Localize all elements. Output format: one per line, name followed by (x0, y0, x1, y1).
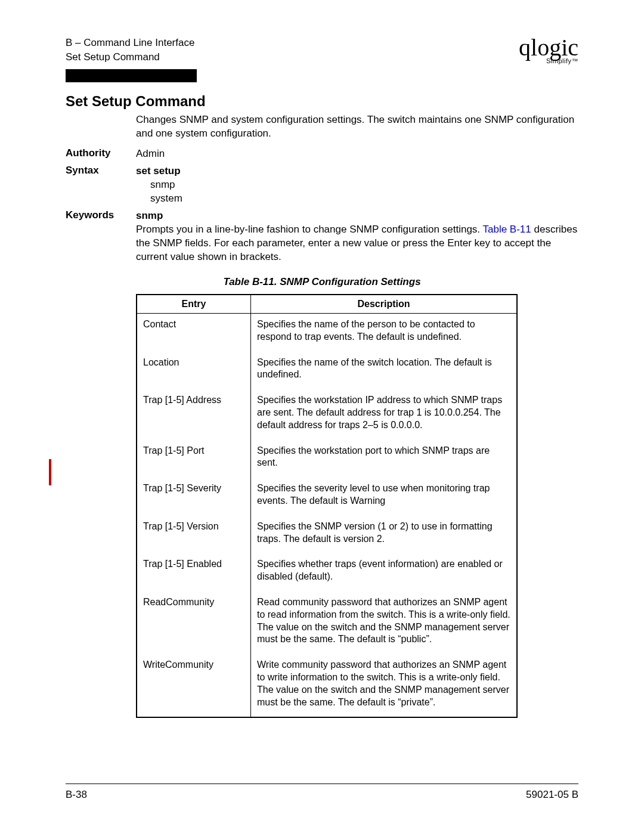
entry-cell: Trap [1-5] Enabled (137, 553, 251, 592)
desc-cell: Read community password that authorizes … (251, 592, 518, 654)
page-title: Set Setup Command (66, 93, 578, 110)
config-table: Entry Description Contact Specifies the … (136, 294, 518, 718)
keyword-desc1: Prompts you in a line-by-line fashion to… (136, 224, 482, 235)
desc-cell: Specifies the name of the switch locatio… (251, 352, 518, 390)
desc-cell: Specifies whether traps (event informati… (251, 553, 518, 592)
syntax-body: set setup snmp system (136, 165, 578, 206)
syntax-command: set setup (136, 165, 181, 176)
keywords-row: Keywords snmp Prompts you in a line-by-l… (66, 209, 578, 264)
change-bar (49, 459, 51, 485)
table-row: Trap [1-5] Severity Specifies the severi… (137, 478, 517, 516)
logo: qlogic Simplify™ (519, 38, 578, 64)
col-entry: Entry (137, 295, 251, 314)
header-text: B – Command Line Interface Set Setup Com… (66, 36, 194, 64)
syntax-arg-0: snmp (150, 178, 578, 192)
desc-cell: Specifies the SNMP version (1 or 2) to u… (251, 516, 518, 554)
table-row: WriteCommunity Write community password … (137, 654, 517, 717)
keyword-name: snmp (136, 209, 578, 223)
entry-cell: ReadCommunity (137, 592, 251, 654)
entry-cell: Trap [1-5] Severity (137, 478, 251, 516)
header-line2: Set Setup Command (66, 50, 194, 64)
keywords-body: snmp Prompts you in a line-by-line fashi… (136, 209, 578, 264)
desc-cell: Specifies the severity level to use when… (251, 478, 518, 516)
desc-cell: Specifies the name of the person to be c… (251, 313, 518, 351)
table-row: Trap [1-5] Enabled Specifies whether tra… (137, 553, 517, 592)
keywords-label: Keywords (66, 209, 136, 264)
authority-label: Authority (66, 147, 136, 161)
entry-cell: WriteCommunity (137, 654, 251, 717)
authority-value: Admin (136, 147, 578, 161)
table-header-row: Entry Description (137, 295, 517, 314)
entry-cell: Trap [1-5] Version (137, 516, 251, 554)
table-row: Trap [1-5] Port Specifies the workstatio… (137, 440, 517, 478)
table-caption: Table B-11. SNMP Configuration Settings (66, 276, 578, 288)
table-row: Location Specifies the name of the switc… (137, 352, 517, 390)
section-bar (66, 69, 197, 82)
syntax-arg-1: system (150, 192, 578, 206)
header-line1: B – Command Line Interface (66, 36, 194, 50)
desc-cell: Specifies the workstation port to which … (251, 440, 518, 478)
syntax-row: Syntax set setup snmp system (66, 165, 578, 206)
entry-cell: Location (137, 352, 251, 390)
table-reference-link[interactable]: Table B-11 (482, 224, 531, 235)
logo-main: qlogic (519, 38, 578, 57)
intro-text: Changes SNMP and system configuration se… (136, 113, 578, 141)
desc-cell: Write community password that authorizes… (251, 654, 518, 717)
entry-cell: Trap [1-5] Address (137, 389, 251, 439)
page-footer: B-38 59021-05 B (66, 784, 578, 801)
authority-row: Authority Admin (66, 147, 578, 161)
footer-left: B-38 (66, 789, 87, 801)
table-row: Trap [1-5] Address Specifies the worksta… (137, 389, 517, 439)
desc-cell: Specifies the workstation IP address to … (251, 389, 518, 439)
table-row: Contact Specifies the name of the person… (137, 313, 517, 351)
page: B – Command Line Interface Set Setup Com… (0, 0, 644, 831)
footer-right: 59021-05 B (526, 789, 578, 801)
entry-cell: Trap [1-5] Port (137, 440, 251, 478)
table-row: Trap [1-5] Version Specifies the SNMP ve… (137, 516, 517, 554)
keyword-desc: Prompts you in a line-by-line fashion to… (136, 223, 578, 264)
page-header: B – Command Line Interface Set Setup Com… (66, 36, 578, 64)
table-row: ReadCommunity Read community password th… (137, 592, 517, 654)
entry-cell: Contact (137, 313, 251, 351)
col-description: Description (251, 295, 518, 314)
syntax-label: Syntax (66, 165, 136, 206)
